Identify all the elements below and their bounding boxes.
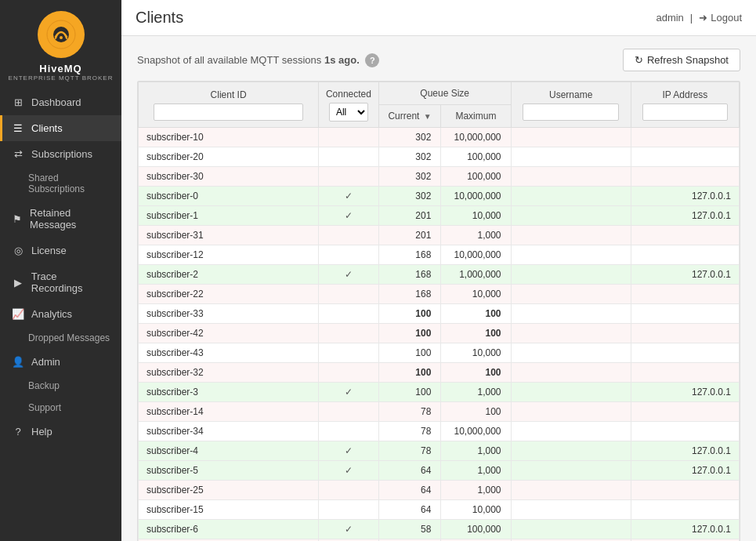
- username-cell: [511, 481, 631, 500]
- queue-max-cell: 1,000: [441, 461, 511, 481]
- logo-icon: [38, 11, 85, 58]
- table-row: subscriber-2✓1681,000,000127.0.0.1: [139, 265, 740, 285]
- queue-current-cell: 64: [378, 500, 441, 520]
- table-row: subscriber-4✓781,000127.0.0.1: [139, 441, 740, 461]
- sidebar-item-backup[interactable]: Backup: [0, 375, 121, 397]
- username-cell: [511, 324, 631, 343]
- sidebar-item-label: Trace Recordings: [31, 270, 110, 294]
- sidebar-sub-label: Shared Subscriptions: [28, 172, 110, 194]
- queue-current-cell: 100: [378, 343, 441, 363]
- sidebar-item-analytics[interactable]: 📈 Analytics: [0, 301, 121, 327]
- connected-cell: [319, 226, 379, 245]
- client-id-cell: subscriber-12: [139, 245, 319, 265]
- ip-cell: [631, 402, 739, 422]
- connected-cell: ✓: [319, 520, 379, 539]
- sidebar-item-admin[interactable]: 👤 Admin: [0, 349, 121, 375]
- connected-cell: [319, 343, 379, 363]
- username-cell: [511, 206, 631, 226]
- sidebar-item-retained-messages[interactable]: ⚑ Retained Messages: [0, 200, 121, 238]
- sidebar-item-clients[interactable]: ☰ Clients: [0, 115, 121, 141]
- sidebar-item-shared-subscriptions[interactable]: Shared Subscriptions: [0, 167, 121, 200]
- sidebar-sub-label: Support: [28, 402, 61, 413]
- help-tooltip-icon[interactable]: ?: [365, 53, 379, 67]
- username-filter-input[interactable]: [523, 103, 619, 121]
- queue-current-cell: 302: [378, 187, 441, 206]
- logo-subtitle: ENTERPRISE MQTT BROKER: [9, 74, 114, 82]
- queue-max-cell: 10,000: [441, 285, 511, 304]
- sidebar-item-label: Dashboard: [31, 96, 81, 108]
- table-row: subscriber-30302100,000: [139, 167, 740, 187]
- username-cell: [511, 441, 631, 461]
- table-body: subscriber-1030210,000,000subscriber-203…: [139, 128, 740, 542]
- logout-button[interactable]: ➜ Logout: [699, 12, 742, 24]
- refresh-snapshot-button[interactable]: ↻ Refresh Snapshot: [623, 49, 740, 71]
- main-area: Clients admin | ➜ Logout Snapshot of all…: [121, 0, 756, 541]
- queue-max-cell: 10,000: [441, 500, 511, 520]
- snapshot-text: Snapshot of all available MQTT sessions …: [137, 54, 362, 66]
- sidebar-item-dropped-messages[interactable]: Dropped Messages: [0, 327, 121, 349]
- client-id-cell: subscriber-20: [139, 147, 319, 167]
- page-title: Clients: [136, 9, 183, 27]
- queue-current-cell: 201: [378, 206, 441, 226]
- connected-cell: [319, 422, 379, 441]
- queue-current-cell: 302: [378, 147, 441, 167]
- connected-filter-select[interactable]: All Yes No: [329, 103, 368, 122]
- ip-cell: [631, 147, 739, 167]
- ip-cell: [631, 481, 739, 500]
- table-row: subscriber-42100100: [139, 324, 740, 343]
- queue-current-cell: 168: [378, 265, 441, 285]
- ip-cell: 127.0.0.1: [631, 206, 739, 226]
- sidebar-item-license[interactable]: ◎ License: [0, 238, 121, 263]
- table-row: subscriber-3✓1001,000127.0.0.1: [139, 383, 740, 402]
- connected-cell: ✓: [319, 383, 379, 402]
- license-icon: ◎: [11, 245, 25, 256]
- queue-max-cell: 1,000: [441, 441, 511, 461]
- client-id-cell: subscriber-22: [139, 285, 319, 304]
- content-area: Snapshot of all available MQTT sessions …: [121, 36, 756, 541]
- queue-max-cell: 1,000: [441, 383, 511, 402]
- ip-cell: [631, 422, 739, 441]
- client-id-filter-input[interactable]: [154, 103, 304, 121]
- client-id-cell: subscriber-4: [139, 441, 319, 461]
- logo-title: HiveMQ: [39, 63, 81, 74]
- clients-table: Client ID Connected All Yes: [138, 82, 740, 541]
- sidebar-item-support[interactable]: Support: [0, 397, 121, 419]
- sidebar-item-help[interactable]: ? Help: [0, 419, 121, 445]
- queue-max-cell: 10,000,000: [441, 128, 511, 147]
- sidebar-item-label: Admin: [31, 356, 60, 368]
- sidebar-item-dashboard[interactable]: ⊞ Dashboard: [0, 89, 121, 115]
- ip-cell: [631, 363, 739, 383]
- client-id-cell: subscriber-30: [139, 167, 319, 187]
- sidebar-item-subscriptions[interactable]: ⇄ Subscriptions: [0, 141, 121, 167]
- queue-current-cell: 100: [378, 383, 441, 402]
- client-id-cell: subscriber-42: [139, 324, 319, 343]
- table-row: subscriber-1216810,000,000: [139, 245, 740, 265]
- queue-current-cell: 100: [378, 324, 441, 343]
- connected-cell: ✓: [319, 461, 379, 481]
- queue-max-cell: 10,000,000: [441, 245, 511, 265]
- snapshot-bar: Snapshot of all available MQTT sessions …: [137, 49, 740, 71]
- sidebar-item-trace-recordings[interactable]: ▶ Trace Recordings: [0, 263, 121, 301]
- queue-current-cell: 201: [378, 226, 441, 245]
- username-cell: [511, 402, 631, 422]
- connected-cell: [319, 402, 379, 422]
- username-cell: [511, 422, 631, 441]
- ip-filter-input[interactable]: [642, 103, 728, 121]
- analytics-icon: 📈: [11, 308, 25, 320]
- topbar-right: admin | ➜ Logout: [656, 12, 742, 24]
- queue-current-cell: 64: [378, 461, 441, 481]
- snapshot-age: 1s ago.: [324, 54, 360, 66]
- username-cell: [511, 363, 631, 383]
- sidebar-sub-label: Backup: [28, 380, 60, 391]
- connected-cell: [319, 500, 379, 520]
- ip-cell: [631, 324, 739, 343]
- client-id-cell: subscriber-2: [139, 265, 319, 285]
- table-row: subscriber-1030210,000,000: [139, 128, 740, 147]
- client-id-cell: subscriber-3: [139, 383, 319, 402]
- table-row: subscriber-33100100: [139, 304, 740, 324]
- queue-current-cell: 100: [378, 304, 441, 324]
- ip-cell: 127.0.0.1: [631, 265, 739, 285]
- table-row: subscriber-20302100,000: [139, 147, 740, 167]
- logo-area: HiveMQ ENTERPRISE MQTT BROKER: [0, 0, 121, 89]
- table-row: subscriber-0✓30210,000,000127.0.0.1: [139, 187, 740, 206]
